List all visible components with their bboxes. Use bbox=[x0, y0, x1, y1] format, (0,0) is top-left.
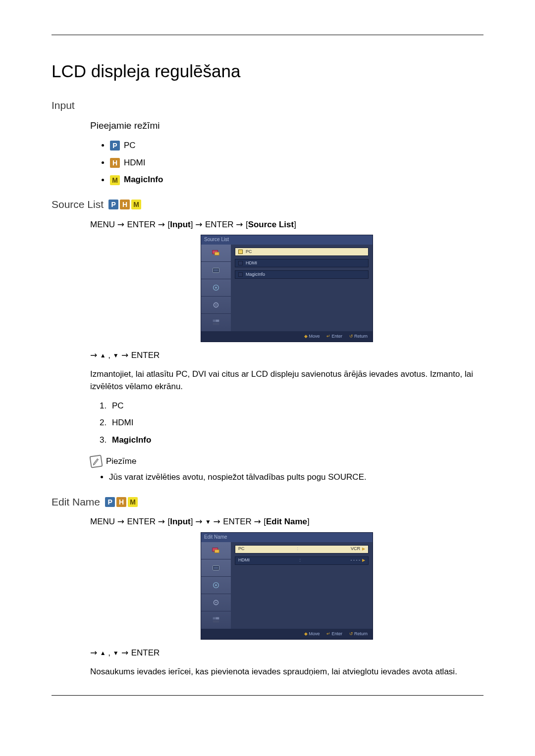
source-ordered-list: PC HDMI MagicInfo bbox=[109, 400, 483, 447]
h-icon: H bbox=[116, 497, 126, 507]
move-icon: ◆ bbox=[304, 334, 308, 339]
arrow-icon: → bbox=[254, 516, 264, 526]
svg-rect-10 bbox=[213, 323, 219, 325]
arrow-icon: → bbox=[214, 516, 223, 526]
section-editname: Edit Name P H M bbox=[52, 495, 483, 509]
return-icon: ↺ bbox=[349, 334, 353, 339]
osd-item-magicinfo: MagicInfo bbox=[235, 270, 369, 279]
desc-sourcelist: Izmantojiet, lai atlasītu PC, DVI vai ci… bbox=[90, 368, 483, 393]
arrow-icon: → bbox=[158, 516, 168, 526]
osd-tab-input-icon bbox=[201, 245, 231, 262]
osd-tab-picture-icon bbox=[201, 262, 231, 279]
h-icon: H bbox=[110, 158, 120, 168]
nav-sourcelist-bracket: [Source List] bbox=[246, 220, 296, 229]
mode-pc-label: PC bbox=[124, 140, 136, 152]
svg-rect-21 bbox=[213, 620, 219, 623]
nav-path-editname: MENU → ENTER → [Input] → ▼ → ENTER → [Ed… bbox=[90, 515, 483, 528]
osd-sourcelist-figure: Source List PC HDMI MagicInfo ◆Move ↵Ent… bbox=[90, 235, 483, 342]
list-item-label: PC bbox=[112, 401, 124, 410]
list-item-label: MagicInfo bbox=[112, 435, 151, 445]
desc-editname: Nosaukums ievades ierīcei, kas pievienot… bbox=[90, 666, 483, 678]
list-item-label: HDMI bbox=[112, 418, 133, 427]
osd-foot-return: Return bbox=[354, 631, 368, 636]
svg-rect-1 bbox=[214, 252, 219, 255]
top-rule bbox=[52, 35, 483, 35]
p-icon: P bbox=[105, 497, 115, 507]
svg-point-18 bbox=[215, 602, 217, 603]
osd-editname-figure: Edit Name PC : VCR▶ HDMI : - - - -▶ bbox=[90, 532, 483, 640]
modes-list: P PC H HDMI M MagicInfo bbox=[110, 140, 483, 186]
svg-rect-19 bbox=[213, 617, 216, 620]
svg-rect-9 bbox=[216, 320, 219, 322]
m-icon: M bbox=[128, 497, 138, 507]
osd-title: Source List bbox=[201, 235, 373, 245]
osd-sidebar bbox=[201, 542, 231, 629]
nav-input-bracket: [Input] bbox=[167, 220, 193, 229]
nav-enter: ENTER bbox=[205, 220, 234, 229]
nav-editname-bracket: [Edit Name] bbox=[264, 517, 310, 526]
p-icon: P bbox=[110, 141, 120, 151]
chevron-right-icon: ▶ bbox=[362, 546, 365, 552]
mode-hdmi: H HDMI bbox=[110, 157, 483, 169]
editname-label: Edit Name bbox=[52, 495, 100, 509]
nav-path-sourcelist: MENU → ENTER → [Input] → ENTER → [Source… bbox=[90, 218, 483, 231]
osd-row-label: PC bbox=[238, 546, 245, 552]
osd-row-pc: PC : VCR▶ bbox=[235, 545, 369, 554]
osd-tab-sound-icon bbox=[201, 279, 231, 297]
mode-magicinfo-label: MagicInfo bbox=[124, 174, 163, 186]
nav-input-bracket: [Input] bbox=[167, 517, 193, 526]
osd-foot-enter: Enter bbox=[331, 334, 342, 339]
subsection-modes: Pieejamie režīmi bbox=[90, 119, 483, 133]
osd-sidebar bbox=[201, 245, 231, 331]
nav-arrows-1: → ▲ , ▼ → ENTER bbox=[90, 349, 483, 362]
nav-menu: MENU bbox=[90, 517, 115, 526]
osd-row-hdmi: HDMI : - - - -▶ bbox=[235, 556, 369, 565]
note-heading: Piezīme bbox=[90, 455, 483, 468]
osd-row-value: VCR bbox=[351, 546, 360, 552]
list-item: HDMI bbox=[109, 417, 483, 429]
nav-enter: ENTER bbox=[127, 517, 156, 526]
p-icon: P bbox=[108, 200, 118, 209]
osd-item-label: PC bbox=[246, 249, 252, 255]
checkbox-icon bbox=[238, 250, 243, 254]
osd-tab-multi-icon bbox=[201, 314, 231, 331]
osd-tab-input-icon bbox=[201, 542, 231, 559]
nav-arrows-2: → ▲ , ▼ → ENTER bbox=[90, 647, 483, 659]
osd-tab-picture-icon bbox=[201, 559, 231, 577]
osd-row-label: HDMI bbox=[238, 557, 250, 563]
nav-enter: ENTER bbox=[223, 517, 252, 526]
osd-title: Edit Name bbox=[201, 533, 373, 542]
svg-rect-8 bbox=[213, 320, 216, 322]
note-item: Jūs varat izvēlēties avotu, nospiežot tā… bbox=[109, 471, 483, 484]
svg-point-16 bbox=[215, 584, 217, 586]
mode-pc: P PC bbox=[110, 140, 483, 152]
note-label: Piezīme bbox=[106, 455, 136, 468]
nav-enter: ENTER bbox=[127, 220, 156, 229]
osd-tab-sound-icon bbox=[201, 577, 231, 594]
osd-foot-return: Return bbox=[354, 334, 368, 339]
osd-foot-enter: Enter bbox=[331, 631, 342, 636]
arrow-icon: → bbox=[158, 219, 168, 229]
note-list: Jūs varat izvēlēties avotu, nospiežot tā… bbox=[109, 471, 483, 484]
svg-rect-20 bbox=[216, 617, 219, 620]
osd-item-hdmi: HDMI bbox=[235, 259, 369, 267]
list-item: PC bbox=[109, 400, 483, 412]
osd-footer: ◆Move ↵Enter ↺Return bbox=[201, 629, 373, 639]
svg-rect-14 bbox=[214, 566, 218, 569]
list-item: MagicInfo bbox=[109, 434, 483, 447]
osd-tab-setup-icon bbox=[201, 297, 231, 314]
svg-point-5 bbox=[215, 287, 217, 289]
checkbox-icon bbox=[238, 261, 243, 265]
note-icon bbox=[89, 454, 103, 468]
checkbox-icon bbox=[238, 272, 243, 277]
section-input: Input bbox=[52, 98, 483, 113]
mode-magicinfo: M MagicInfo bbox=[110, 174, 483, 186]
osd-item-label: HDMI bbox=[246, 260, 257, 266]
m-icon: M bbox=[110, 175, 120, 185]
section-sourcelist: Source List P H M bbox=[52, 197, 483, 212]
svg-point-7 bbox=[215, 304, 217, 305]
arrow-icon: → bbox=[195, 219, 205, 229]
h-icon: H bbox=[120, 200, 130, 209]
m-icon: M bbox=[131, 200, 141, 209]
svg-rect-3 bbox=[214, 269, 218, 271]
